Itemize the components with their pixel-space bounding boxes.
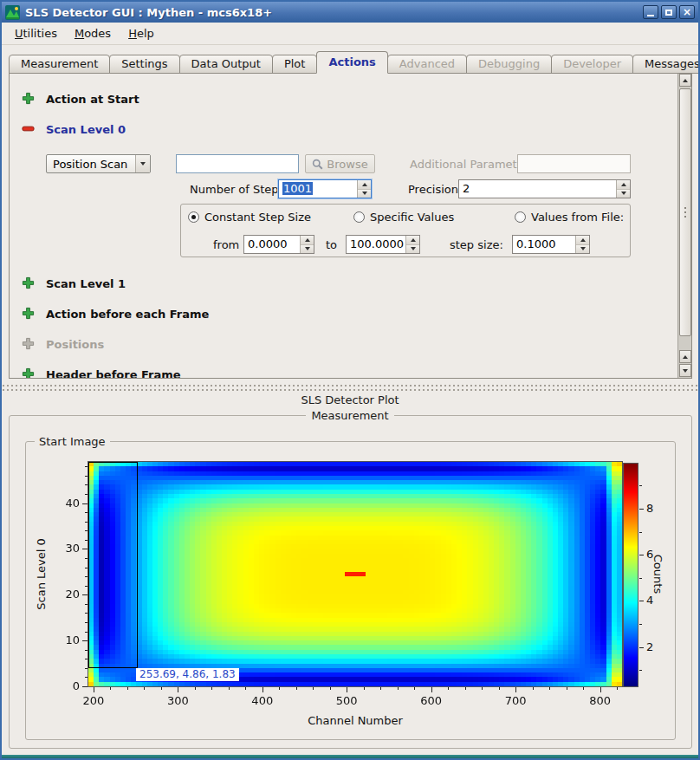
x-axis-tick-label: 500 xyxy=(329,694,364,707)
x-axis-tick xyxy=(515,687,516,692)
collapse-minus-icon[interactable] xyxy=(22,122,35,135)
step-size-value: 0.1000 xyxy=(513,236,575,253)
spin-up-icon[interactable] xyxy=(301,236,314,245)
from-spinbox[interactable]: 0.0000 xyxy=(243,235,314,254)
colorbar-tick xyxy=(639,509,644,510)
colorbar-minor-tick xyxy=(639,670,642,671)
action-before-frame-row[interactable]: Action before each Frame xyxy=(46,308,209,321)
to-label: to xyxy=(326,238,337,251)
y-axis-minor-tick xyxy=(85,650,88,651)
tab-messages[interactable]: Messages xyxy=(632,55,700,74)
colorbar-tick-label: 2 xyxy=(646,640,671,653)
x-axis-tick xyxy=(431,687,432,692)
scrollbar-thumb[interactable] xyxy=(679,88,691,336)
x-axis-tick xyxy=(94,687,94,692)
precision-spinbox[interactable]: 2 xyxy=(458,179,631,198)
x-axis-minor-tick xyxy=(465,687,466,690)
x-axis-minor-tick xyxy=(110,687,111,690)
x-axis-tick-label: 800 xyxy=(583,694,618,707)
expand-plus-icon-disabled xyxy=(22,337,35,350)
scan-mode-combobox[interactable]: Position Scan xyxy=(46,154,151,173)
radio-constant-step-size[interactable]: Constant Step Size xyxy=(188,211,311,224)
x-axis-minor-tick xyxy=(195,687,196,690)
spin-up-icon[interactable] xyxy=(576,236,589,245)
x-axis-minor-tick xyxy=(296,687,297,690)
colorbar-tick xyxy=(639,601,644,601)
scan-level-0-row[interactable]: Scan Level 0 xyxy=(46,123,126,136)
y-axis-minor-tick xyxy=(85,558,88,559)
tab-measurement[interactable]: Measurement xyxy=(9,55,110,74)
tab-settings[interactable]: Settings xyxy=(109,55,179,74)
scan-script-input[interactable] xyxy=(176,154,299,173)
y-axis-minor-tick xyxy=(85,512,88,513)
y-axis-minor-tick xyxy=(85,476,88,477)
colorbar-tick xyxy=(639,647,644,648)
scroll-down-button[interactable] xyxy=(679,364,691,377)
y-axis-tick xyxy=(82,594,88,595)
tab-plot[interactable]: Plot xyxy=(272,55,318,74)
expand-plus-icon[interactable] xyxy=(22,92,35,105)
zoom-selection-rect xyxy=(88,462,138,668)
y-axis-minor-tick xyxy=(85,622,88,623)
x-axis-minor-tick xyxy=(499,687,500,690)
from-value: 0.0000 xyxy=(244,236,300,253)
colorbar xyxy=(623,463,638,687)
colorbar-minor-tick xyxy=(639,578,642,579)
spin-down-icon[interactable] xyxy=(617,190,630,198)
y-axis-minor-tick xyxy=(85,484,88,485)
spin-up-icon[interactable] xyxy=(406,236,419,245)
x-axis-tick xyxy=(262,687,263,692)
expand-plus-icon[interactable] xyxy=(22,276,35,289)
scroll-up-button[interactable] xyxy=(679,74,691,87)
x-axis-minor-tick xyxy=(330,687,331,690)
heatmap-canvas[interactable] xyxy=(88,461,623,687)
radio-icon xyxy=(353,211,365,223)
y-axis-minor-tick xyxy=(85,604,88,605)
x-axis-minor-tick xyxy=(567,687,567,690)
x-axis-minor-tick xyxy=(583,687,584,690)
tab-advanced: Advanced xyxy=(387,55,467,74)
scroll-up-button[interactable] xyxy=(679,350,691,363)
radio-values-from-file[interactable]: Values from File: xyxy=(515,211,624,224)
x-axis-minor-tick xyxy=(127,687,128,690)
vertical-scrollbar[interactable] xyxy=(677,74,692,379)
x-axis-minor-tick xyxy=(144,687,145,690)
number-of-steps-spinbox[interactable]: 1001 xyxy=(278,179,372,198)
x-axis-minor-tick xyxy=(533,687,534,690)
radio-icon xyxy=(188,211,199,223)
x-axis-minor-tick xyxy=(617,687,618,690)
tab-actions[interactable]: Actions xyxy=(316,51,387,74)
step-size-spinbox[interactable]: 0.1000 xyxy=(512,235,590,254)
y-axis-minor-tick xyxy=(85,568,88,568)
action-at-start-row[interactable]: Action at Start xyxy=(46,93,139,106)
spin-up-icon[interactable] xyxy=(617,180,630,190)
spin-up-icon[interactable] xyxy=(358,180,371,190)
precision-value: 2 xyxy=(459,180,616,198)
y-axis-tick-label: 20 xyxy=(48,588,80,601)
y-axis-minor-tick xyxy=(85,613,88,614)
tab-data-output[interactable]: Data Output xyxy=(179,55,273,74)
spin-down-icon[interactable] xyxy=(358,190,371,198)
spin-down-icon[interactable] xyxy=(406,245,419,254)
header-before-frame-row[interactable]: Header before Frame xyxy=(46,368,181,379)
to-spinbox[interactable]: 100.0000 xyxy=(346,235,420,254)
spin-down-icon[interactable] xyxy=(576,245,589,254)
scan-level-1-row[interactable]: Scan Level 1 xyxy=(46,277,126,290)
expand-plus-icon[interactable] xyxy=(22,307,35,320)
spin-down-icon[interactable] xyxy=(301,245,314,254)
radio-label: Constant Step Size xyxy=(204,211,311,224)
app-window: SLS Detector GUI : Mythen - mcs6x18+ × U… xyxy=(0,0,700,760)
y-axis-minor-tick xyxy=(85,586,88,587)
colorbar-tick xyxy=(639,555,644,555)
y-axis-minor-tick xyxy=(85,576,88,577)
number-of-steps-value: 1001 xyxy=(282,182,313,195)
radio-specific-values[interactable]: Specific Values xyxy=(353,211,454,224)
y-axis-minor-tick xyxy=(85,522,88,523)
expand-plus-icon[interactable] xyxy=(22,367,35,379)
chevron-down-icon xyxy=(135,155,150,172)
x-axis-minor-tick xyxy=(245,687,246,690)
x-axis-minor-tick xyxy=(364,687,365,690)
x-axis-minor-tick xyxy=(161,687,162,690)
x-axis-minor-tick xyxy=(313,687,314,690)
actions-tab-panel: Action at Start Scan Level 0 Position Sc… xyxy=(9,73,692,379)
